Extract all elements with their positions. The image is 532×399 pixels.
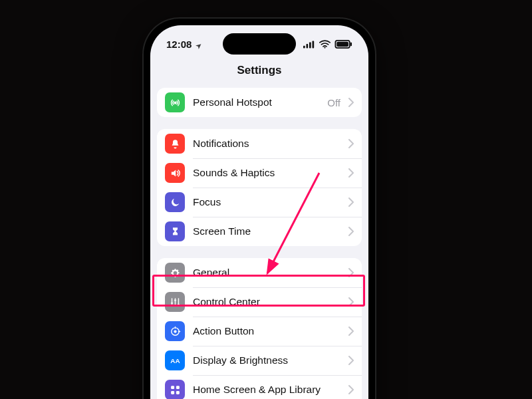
row-label: Display & Brightness [193, 354, 340, 366]
location-icon: ➤ [194, 41, 203, 51]
settings-row-screen-time[interactable]: Screen Time [157, 217, 362, 246]
row-label: Notifications [193, 138, 340, 150]
row-label: Control Center [193, 296, 340, 308]
settings-row-home-screen-app-library[interactable]: Home Screen & App Library [157, 375, 362, 399]
settings-group-notifications: NotificationsSounds & HapticsFocusScreen… [157, 129, 362, 246]
settings-scroll[interactable]: Settings Personal HotspotOff Notificatio… [150, 63, 368, 399]
chevron-right-icon [348, 297, 354, 307]
row-label: General [193, 267, 340, 279]
chevron-right-icon [348, 198, 354, 207]
cellular-icon [303, 41, 315, 49]
chevron-right-icon [348, 168, 354, 178]
page-title: Settings [150, 63, 368, 84]
settings-row-focus[interactable]: Focus [157, 188, 362, 217]
settings-group-connectivity: Personal HotspotOff [157, 88, 362, 117]
action-button-icon [165, 321, 185, 341]
screentime-icon [165, 221, 185, 241]
phone-screen: 12:08 ➤ Settings Personal HotspotOff Not… [150, 25, 368, 399]
phone-frame: 12:08 ➤ Settings Personal HotspotOff Not… [144, 19, 375, 399]
focus-icon [165, 192, 185, 212]
sounds-icon [165, 163, 185, 183]
chevron-right-icon [348, 98, 354, 107]
general-icon [165, 263, 185, 283]
settings-row-notifications[interactable]: Notifications [157, 129, 362, 158]
battery-icon [334, 40, 352, 49]
settings-row-display-brightness[interactable]: Display & Brightness [157, 346, 362, 375]
row-label: Action Button [193, 325, 340, 337]
dynamic-island [223, 33, 296, 55]
control-center-icon [165, 292, 185, 312]
display-icon [165, 350, 185, 370]
settings-group-system: GeneralControl CenterAction ButtonDispla… [157, 258, 362, 399]
settings-row-sounds-haptics[interactable]: Sounds & Haptics [157, 158, 362, 188]
row-label: Focus [193, 196, 340, 208]
chevron-right-icon [348, 227, 354, 236]
row-label: Screen Time [193, 225, 340, 237]
wifi-icon [319, 40, 331, 49]
status-time: 12:08 ➤ [166, 39, 201, 50]
hotspot-icon [165, 92, 185, 112]
row-value: Off [327, 97, 340, 108]
status-right [303, 40, 352, 49]
row-label: Home Screen & App Library [193, 384, 340, 396]
settings-row-action-button[interactable]: Action Button [157, 317, 362, 346]
chevron-right-icon [348, 356, 354, 365]
row-label: Sounds & Haptics [193, 167, 340, 179]
chevron-right-icon [348, 327, 354, 336]
settings-row-general[interactable]: General [157, 258, 362, 287]
notifications-icon [165, 134, 185, 154]
settings-row-control-center[interactable]: Control Center [157, 287, 362, 317]
home-screen-icon [165, 380, 185, 399]
row-label: Personal Hotspot [193, 96, 319, 108]
clock-text: 12:08 [166, 39, 192, 50]
settings-row-personal-hotspot[interactable]: Personal HotspotOff [157, 88, 362, 117]
chevron-right-icon [348, 385, 354, 394]
chevron-right-icon [348, 268, 354, 277]
chevron-right-icon [348, 139, 354, 148]
